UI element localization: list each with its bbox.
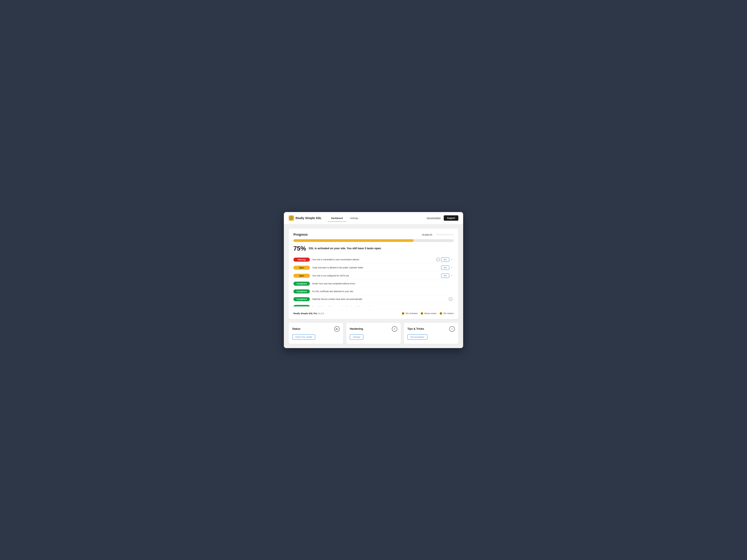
task-description: Your site is vulnerable to user enumerat… bbox=[312, 258, 434, 261]
status-badge: Completed bbox=[293, 282, 310, 286]
app-logo-icon bbox=[289, 215, 294, 221]
tips-card: Tips & Tricks i Documentation bbox=[404, 323, 458, 344]
header-actions: Documentation Support bbox=[427, 215, 458, 221]
ssl-lock-icon bbox=[402, 312, 405, 315]
fix-button[interactable]: Fix bbox=[441, 266, 449, 270]
tips-documentation-button[interactable]: Documentation bbox=[407, 335, 428, 340]
table-row: Completed Your database prefix is rename… bbox=[293, 303, 453, 306]
info-circle-icon: i bbox=[449, 326, 455, 332]
progress-header: Progress All tasks (8) | Remaining tasks… bbox=[293, 233, 454, 237]
close-icon[interactable]: × bbox=[451, 258, 453, 261]
task-description: Code execution is allowed in the public … bbox=[312, 266, 439, 269]
info-icon[interactable]: i bbox=[449, 297, 453, 301]
redirect-label: 301 redirect bbox=[443, 312, 454, 315]
all-tasks-link[interactable]: All tasks (8) bbox=[422, 233, 432, 236]
task-actions: i Fix × bbox=[436, 258, 453, 262]
fix-button[interactable]: Fix bbox=[441, 258, 449, 262]
status-badge: Open bbox=[293, 266, 310, 270]
task-actions: i bbox=[449, 297, 453, 301]
divider: | bbox=[434, 233, 434, 236]
progress-percent: 75% bbox=[293, 245, 306, 252]
a-plus-icon: A+ bbox=[334, 326, 340, 332]
info-icon[interactable]: i bbox=[436, 258, 440, 261]
ssl-activated-label: SSL Activated bbox=[406, 312, 417, 315]
progress-bar-container bbox=[293, 239, 454, 242]
close-icon[interactable]: × bbox=[451, 274, 453, 277]
tab-settings[interactable]: Settings bbox=[346, 215, 362, 221]
support-button[interactable]: Support bbox=[444, 215, 458, 221]
header: Really Simple SSL Dashboard Settings Doc… bbox=[284, 212, 463, 224]
task-description: Your database prefix is renamed and rand… bbox=[312, 306, 450, 306]
documentation-link[interactable]: Documentation bbox=[427, 217, 441, 219]
mixed-content-label: Mixed content bbox=[424, 312, 436, 315]
status-card-title: Status bbox=[292, 327, 301, 330]
bottom-cards: Status A+ Check SSL Health Hardening ✓ S… bbox=[289, 323, 458, 344]
main-nav: Dashboard Settings bbox=[328, 215, 427, 221]
tips-card-header: Tips & Tricks i bbox=[407, 326, 455, 332]
hardening-card-title: Hardening bbox=[350, 327, 363, 330]
ssl-badges: SSL Activated Mixed content bbox=[402, 312, 454, 315]
status-badge: Completed bbox=[293, 297, 310, 301]
hardening-card: Hardening ✓ Settings bbox=[346, 323, 401, 344]
app-title: Really Simple SSL bbox=[295, 216, 321, 220]
progress-bar-fill bbox=[293, 239, 414, 242]
task-description: Great! Your scan last completed without … bbox=[312, 283, 450, 285]
table-row: Completed An SSL certificate was detecte… bbox=[293, 288, 453, 295]
mixed-content-lock-icon bbox=[420, 312, 423, 315]
fix-button[interactable]: Fix bbox=[441, 273, 449, 278]
status-card: Status A+ Check SSL Health bbox=[289, 323, 343, 344]
task-description: HttpOnly Secure cookies have been set au… bbox=[312, 298, 446, 300]
status-badge: Warning bbox=[293, 258, 310, 262]
mixed-content-badge: Mixed content bbox=[420, 312, 436, 315]
hardening-card-header: Hardening ✓ bbox=[350, 326, 397, 332]
progress-footer: Really Simple SSL Pro | 6.0.0 bbox=[293, 310, 454, 315]
task-list: Warning Your site is vulnerable to user … bbox=[293, 256, 454, 306]
main-content: Progress All tasks (8) | Remaining tasks… bbox=[284, 224, 463, 348]
tips-card-title: Tips & Tricks bbox=[407, 327, 424, 330]
task-description: Your site is not configured for HSTS yet… bbox=[312, 274, 439, 277]
redirect-badge: 301 redirect bbox=[439, 312, 454, 315]
table-row: Open Your site is not configured for HST… bbox=[293, 272, 453, 280]
status-badge: Completed bbox=[293, 305, 310, 306]
redirect-lock-icon bbox=[439, 312, 442, 315]
task-description: An SSL certificate was detected on your … bbox=[312, 290, 450, 293]
task-actions: Fix × bbox=[441, 273, 453, 278]
checkmark-icon: ✓ bbox=[392, 326, 397, 332]
progress-summary: 75% SSL is activated on your site. You s… bbox=[293, 245, 454, 252]
logo-area: Really Simple SSL bbox=[289, 215, 321, 221]
app-window: Really Simple SSL Dashboard Settings Doc… bbox=[284, 212, 463, 348]
tab-dashboard[interactable]: Dashboard bbox=[328, 215, 346, 221]
task-actions: Fix × bbox=[441, 266, 453, 270]
progress-card: Progress All tasks (8) | Remaining tasks… bbox=[289, 229, 458, 319]
progress-links: All tasks (8) | Remaining tasks (3) bbox=[422, 233, 454, 236]
table-row: Warning Your site is vulnerable to user … bbox=[293, 256, 453, 264]
table-row: Completed HttpOnly Secure cookies have b… bbox=[293, 295, 453, 303]
hardening-settings-button[interactable]: Settings bbox=[350, 335, 363, 340]
progress-description: SSL is activated on your site. You still… bbox=[309, 247, 382, 250]
progress-title: Progress bbox=[293, 233, 308, 237]
pro-label: Really Simple SSL Pro | 6.0.0 bbox=[293, 312, 324, 315]
pro-product-name: Really Simple SSL Pro | 6.0.0 bbox=[293, 312, 324, 315]
table-row: Open Code execution is allowed in the pu… bbox=[293, 264, 453, 272]
status-card-header: Status A+ bbox=[292, 326, 340, 332]
ssl-activated-badge: SSL Activated bbox=[402, 312, 417, 315]
close-icon[interactable]: × bbox=[451, 266, 453, 269]
status-badge: Completed bbox=[293, 289, 310, 293]
status-badge: Open bbox=[293, 274, 310, 278]
remaining-tasks-label: Remaining tasks (3) bbox=[436, 233, 454, 236]
table-row: Completed Great! Your scan last complete… bbox=[293, 280, 453, 288]
check-ssl-health-button[interactable]: Check SSL Health bbox=[292, 335, 315, 340]
